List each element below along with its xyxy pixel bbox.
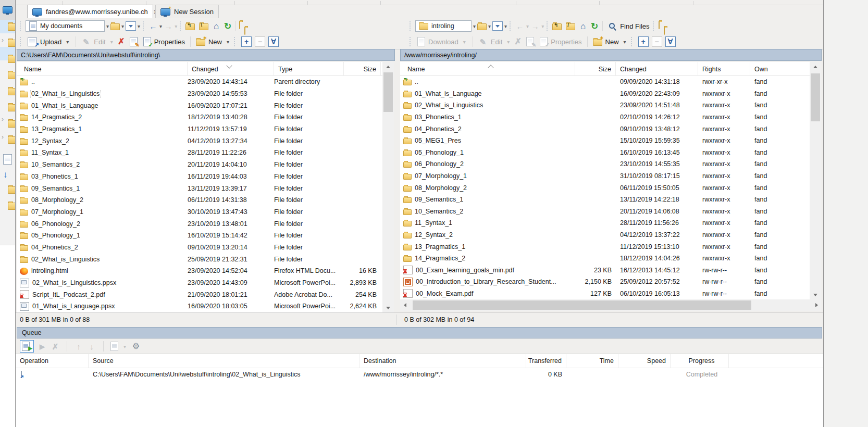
- file-row[interactable]: 11_Syntax_1 28/11/2019 11:22:26 File fol…: [17, 147, 382, 159]
- file-row[interactable]: 13_Pragmatics_1 11/12/2019 15:13:10 rwxr…: [400, 241, 810, 253]
- back-icon[interactable]: ←: [148, 22, 158, 30]
- new-button[interactable]: ✶ New ▾: [194, 35, 233, 48]
- queue-header-speed[interactable]: Speed: [618, 354, 671, 368]
- file-row[interactable]: 05_Phonology_1 16/10/2019 16:13:45 rwxrw…: [400, 147, 810, 159]
- file-row[interactable]: 05_Phonology_1 16/10/2019 15:14:42 File …: [17, 230, 382, 242]
- file-row[interactable]: 00_Exam_learning_goals_min.pdf 23 KB 16/…: [400, 265, 810, 277]
- open-directory-icon[interactable]: [110, 23, 120, 30]
- refresh-icon[interactable]: ↻: [590, 22, 599, 31]
- new-session-tab[interactable]: New Session: [155, 5, 219, 18]
- scroll-down-icon[interactable]: [810, 290, 821, 299]
- home-directory-icon[interactable]: ⌂: [212, 22, 221, 31]
- new-button[interactable]: ✶ New ▾: [591, 35, 630, 48]
- parent-directory-icon[interactable]: ↰: [552, 23, 562, 30]
- file-row[interactable]: introling.html 23/09/2020 14:52:04 Firef…: [17, 265, 382, 277]
- scroll-left-icon[interactable]: [400, 300, 410, 310]
- file-row[interactable]: 13_Pragmatics_1 11/12/2019 13:57:19 File…: [17, 123, 382, 135]
- synchronize-browsing-icon[interactable]: [239, 21, 251, 31]
- file-row[interactable]: 06_Phonology_2 23/10/2019 14:55:35 rwxrw…: [400, 158, 810, 170]
- upload-button[interactable]: Upload ▾: [26, 35, 72, 48]
- column-header-name[interactable]: Name: [20, 62, 188, 76]
- file-row[interactable]: 03_Phonetics_1 02/10/2019 14:26:12 rwxrw…: [400, 111, 810, 123]
- local-directory-dropdown-arrow[interactable]: ▾: [106, 23, 109, 29]
- file-row[interactable]: 09_Semantics_1 13/11/2019 14:22:18 rwxrw…: [400, 194, 810, 206]
- remote-directory-dropdown-arrow[interactable]: ▾: [473, 23, 476, 29]
- properties-button[interactable]: ✓ Properties: [141, 35, 187, 48]
- file-row[interactable]: .. 23/09/2020 14:43:14 Parent directory: [17, 76, 382, 88]
- file-row[interactable]: 10_Semantics_2 20/11/2019 14:04:10 File …: [17, 159, 382, 171]
- queue-header-operation[interactable]: Operation: [20, 354, 89, 368]
- file-row[interactable]: 08_Morphology_2 06/11/2019 15:50:05 rwxr…: [400, 182, 810, 194]
- select-all-icon[interactable]: ∀: [268, 36, 279, 47]
- local-vertical-scrollbar[interactable]: [382, 62, 394, 312]
- local-directory-dropdown[interactable]: My documents: [26, 20, 105, 32]
- open-directory-dropdown-arrow[interactable]: ▾: [488, 23, 491, 29]
- root-directory-icon[interactable]: \: [199, 23, 208, 30]
- file-row[interactable]: 04_Phonetics_2 09/10/2019 13:20:14 File …: [17, 242, 382, 254]
- synchronize-browsing-icon[interactable]: [659, 21, 670, 31]
- file-row[interactable]: 14_Pragmatics_2 18/12/2019 14:04:26 rwxr…: [400, 253, 810, 265]
- back-dropdown-arrow[interactable]: ▾: [159, 23, 162, 29]
- local-path-bar[interactable]: C:\Users\FAM\Documents\Uni\webstuff\intr…: [17, 49, 395, 61]
- find-files-button[interactable]: Find Files: [606, 20, 651, 32]
- file-row[interactable]: 06_Phonology_2 23/10/2019 13:48:01 File …: [17, 218, 382, 230]
- scroll-right-icon[interactable]: [812, 300, 821, 310]
- file-row[interactable]: 09_Semantics_1 13/11/2019 13:39:17 File …: [17, 182, 382, 194]
- queue-header-destination[interactable]: Destination: [359, 354, 526, 368]
- file-row[interactable]: 14_Pragmatics_2 18/12/2019 13:40:28 File…: [17, 111, 382, 123]
- file-row[interactable]: .. 09/09/2020 14:31:18 rwxr-xr-x fand: [400, 76, 810, 88]
- file-row[interactable]: 01_What_is_Language 16/09/2020 17:07:21 …: [17, 99, 382, 111]
- scrollbar-thumb[interactable]: [413, 300, 751, 310]
- open-directory-icon[interactable]: [477, 23, 487, 30]
- file-row[interactable]: 10_Semantics_2 20/11/2019 14:06:08 rwxrw…: [400, 206, 810, 218]
- file-row[interactable]: 02_What_is_Linguistics 23/09/2020 14:51:…: [400, 99, 810, 111]
- file-row[interactable]: 00_Introduction_to_Library_Research_Stud…: [400, 276, 810, 288]
- file-row[interactable]: 12_Syntax_2 04/12/2019 13:37:22 rwxrwxr-…: [400, 229, 810, 241]
- scroll-down-icon[interactable]: [382, 303, 394, 312]
- scrollbar-thumb[interactable]: [383, 72, 393, 112]
- filter-icon[interactable]: [126, 21, 136, 31]
- root-directory-icon[interactable]: /: [566, 23, 575, 30]
- delete-icon[interactable]: ✗: [117, 37, 126, 46]
- parent-directory-icon[interactable]: ↰: [185, 23, 195, 30]
- remote-path-bar[interactable]: /www/morrissey/introling/: [400, 49, 822, 61]
- remote-horizontal-scrollbar[interactable]: [400, 299, 821, 311]
- file-row[interactable]: 05_MEG1_Pres 15/10/2019 15:59:35 rwxrwxr…: [400, 135, 810, 147]
- file-row[interactable]: 07_Morphology_1 30/10/2019 13:47:43 File…: [17, 206, 382, 218]
- column-header-rights[interactable]: Rights: [698, 62, 750, 76]
- select-files-icon[interactable]: +: [638, 36, 649, 47]
- edit-document-icon[interactable]: ✎: [130, 37, 138, 46]
- column-header-changed[interactable]: Changed: [616, 62, 698, 76]
- queue-row[interactable]: C:\Users\FAM\Documents\Uni\webstuff\intr…: [16, 368, 823, 381]
- file-row[interactable]: 02_What_is_Linguistics 23/09/2020 14:55:…: [17, 88, 382, 100]
- filter-dropdown-arrow[interactable]: ▾: [138, 23, 140, 29]
- file-row[interactable]: 01_What_is_Language.ppsx 16/09/2020 18:0…: [17, 300, 382, 312]
- file-row[interactable]: 00_Mock_Exam.pdf 127 KB 06/10/2019 16:05…: [400, 288, 810, 300]
- home-directory-icon[interactable]: ⌂: [578, 22, 588, 31]
- file-row[interactable]: 02_What_is_Linguistics.ppsx 23/09/2020 1…: [17, 277, 382, 289]
- show-queue-toggle[interactable]: ▶: [20, 340, 34, 353]
- column-header-owner[interactable]: Own: [750, 62, 787, 76]
- select-all-icon[interactable]: ∀: [665, 36, 676, 47]
- file-row[interactable]: Script_ItL_Podcast_2.pdf 21/09/2020 18:0…: [17, 288, 382, 300]
- open-directory-dropdown-arrow[interactable]: ▾: [121, 23, 124, 29]
- remote-vertical-scrollbar[interactable]: [810, 62, 821, 299]
- file-row[interactable]: 12_Syntax_2 04/12/2019 13:27:34 File fol…: [17, 135, 382, 147]
- scroll-up-icon[interactable]: [810, 62, 821, 71]
- select-files-icon[interactable]: +: [241, 36, 252, 47]
- refresh-icon[interactable]: ↻: [223, 22, 232, 31]
- queue-header-transferred[interactable]: Transferred: [526, 354, 566, 368]
- column-header-size[interactable]: Size: [575, 62, 616, 76]
- scrollbar-thumb[interactable]: [811, 73, 820, 121]
- filter-dropdown-arrow[interactable]: ▾: [504, 23, 507, 29]
- queue-settings-gear-icon[interactable]: ⚙: [131, 342, 141, 350]
- scroll-up-icon[interactable]: [382, 62, 394, 71]
- queue-header-progress[interactable]: Progress: [671, 354, 729, 368]
- column-header-size[interactable]: Size: [344, 62, 381, 76]
- file-row[interactable]: 11_Syntax_1 28/11/2019 11:56:26 rwxrwxr-…: [400, 217, 810, 229]
- column-header-type[interactable]: Type: [274, 62, 344, 76]
- queue-header-source[interactable]: Source: [89, 354, 359, 368]
- file-row[interactable]: 03_Phonetics_1 16/11/2019 19:44:03 File …: [17, 171, 382, 183]
- file-row[interactable]: 02_What_is_Linguistics 25/09/2019 21:32:…: [17, 253, 382, 265]
- queue-header-time[interactable]: Time: [566, 354, 618, 368]
